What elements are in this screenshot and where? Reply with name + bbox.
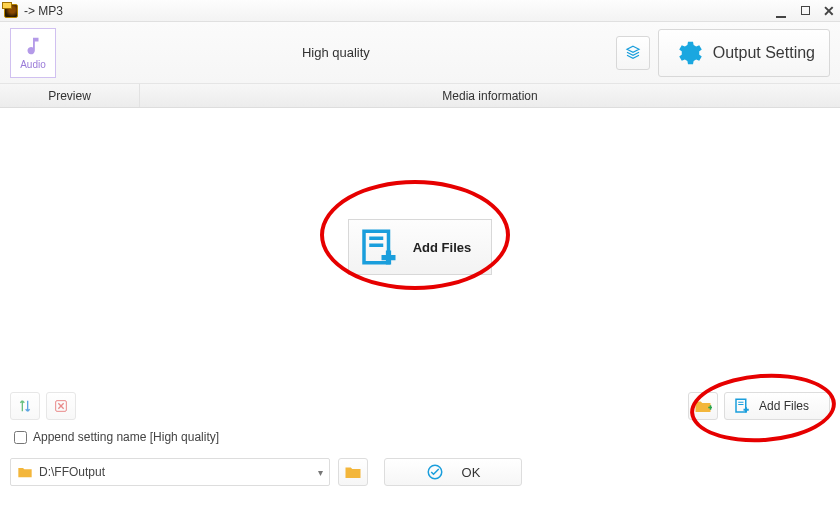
format-toolbar: Audio High quality Output Setting [0,22,840,84]
minimize-button[interactable] [774,4,788,18]
move-button[interactable] [10,392,40,420]
ok-label: OK [462,465,481,480]
window-title: -> MP3 [24,4,774,18]
media-info-column-header: Media information [140,84,840,107]
audio-label: Audio [20,59,46,70]
output-path-text: D:\FFOutput [39,465,105,479]
output-path-select[interactable]: D:\FFOutput ▾ [10,458,330,486]
folder-icon [17,465,33,479]
add-files-button[interactable]: Add Files [724,392,830,420]
delete-icon [53,398,69,414]
caret-down-icon: ▾ [318,467,323,478]
add-files-main-label: Add Files [413,240,472,255]
action-bar: Add Files [0,386,840,426]
ok-button[interactable]: OK [384,458,522,486]
output-setting-label: Output Setting [713,44,815,62]
gear-icon [673,38,703,68]
layers-icon [624,44,642,62]
output-setting-button[interactable]: Output Setting [658,29,830,77]
swap-arrows-icon [17,398,33,414]
folder-icon [344,464,362,480]
preview-column-header: Preview [0,84,140,107]
folder-plus-icon [694,398,712,414]
quality-label: High quality [64,45,608,60]
delete-button[interactable] [46,392,76,420]
app-icon [4,4,18,18]
preset-layers-button[interactable] [616,36,650,70]
add-file-icon [357,226,399,268]
add-files-main-button[interactable]: Add Files [348,219,493,275]
add-folder-button[interactable] [688,392,718,420]
audio-format-button[interactable]: Audio [10,28,56,78]
maximize-button[interactable] [798,4,812,18]
add-files-label: Add Files [759,399,809,413]
music-note-icon [22,35,44,57]
column-headers: Preview Media information [0,84,840,108]
close-button[interactable]: ✕ [822,4,836,18]
title-bar: -> MP3 ✕ [0,0,840,22]
append-setting-checkbox[interactable] [14,431,27,444]
append-setting-row: Append setting name [High quality] [0,426,840,452]
bottom-bar: D:\FFOutput ▾ OK [0,452,840,496]
append-setting-label: Append setting name [High quality] [33,430,219,444]
file-list-area: Add Files [0,108,840,386]
add-file-icon [733,397,751,415]
check-circle-icon [426,463,444,481]
browse-folder-button[interactable] [338,458,368,486]
